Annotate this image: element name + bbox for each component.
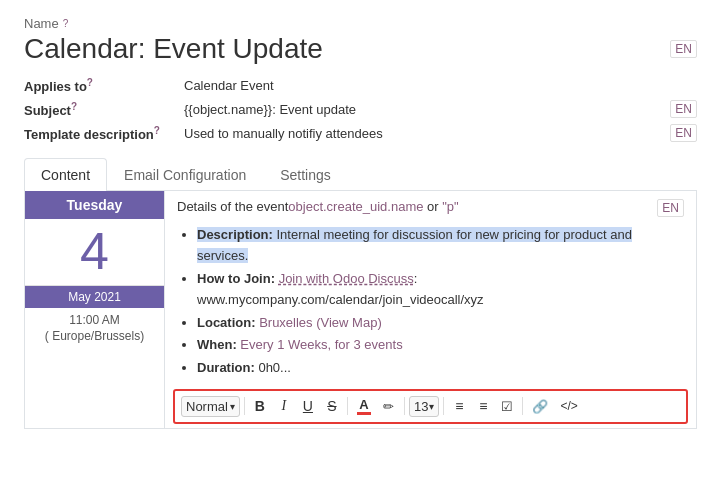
- calendar-day-number: 4: [25, 219, 164, 285]
- divider-3: [404, 397, 405, 415]
- content-list: Description: Internal meeting for discus…: [177, 225, 684, 379]
- editor-content[interactable]: Description: Internal meeting for discus…: [165, 221, 696, 385]
- record-title: Calendar: Event Update EN: [24, 33, 697, 65]
- title-en-badge[interactable]: EN: [670, 40, 697, 58]
- strikethrough-button[interactable]: S: [321, 395, 343, 417]
- list-item-duration: Duration: 0h0...: [197, 358, 684, 379]
- tab-email-configuration[interactable]: Email Configuration: [107, 158, 263, 191]
- editor-toolbar: Normal ▾ B I U S A: [173, 389, 688, 424]
- calendar-time: 11:00 AM ( Europe/Brussels): [25, 308, 164, 350]
- calendar-day-name: Tuesday: [25, 191, 164, 219]
- font-color-button[interactable]: A: [352, 395, 376, 418]
- editor-area: Details of the eventobject.create_uid.na…: [165, 191, 696, 428]
- code-button[interactable]: </>: [555, 396, 582, 416]
- list-item-join: How to Join: Join with Odoo Discuss: www…: [197, 269, 684, 311]
- ordered-list-button[interactable]: ≡: [472, 395, 494, 417]
- subject-label: Subject?: [24, 101, 184, 118]
- list-item-location: Location: Bruxelles (View Map): [197, 313, 684, 334]
- checklist-button[interactable]: ☑: [496, 396, 518, 417]
- link-button[interactable]: 🔗: [527, 396, 553, 417]
- divider-4: [443, 397, 444, 415]
- applies-to-row: Applies to? Calendar Event: [24, 77, 697, 94]
- editor-en-badge[interactable]: EN: [657, 199, 684, 217]
- template-desc-label: Template description?: [24, 125, 184, 142]
- highlight-button[interactable]: ✏: [378, 396, 400, 417]
- content-panel: Tuesday 4 May 2021 11:00 AM ( Europe/Bru…: [24, 191, 697, 429]
- name-field-label: Name ?: [24, 16, 697, 31]
- template-desc-value[interactable]: Used to manually notifiy attendees: [184, 126, 662, 141]
- bold-button[interactable]: B: [249, 395, 271, 417]
- divider-5: [522, 397, 523, 415]
- list-item-when: When: Every 1 Weeks, for 3 events: [197, 335, 684, 356]
- calendar-widget: Tuesday 4 May 2021 11:00 AM ( Europe/Bru…: [25, 191, 165, 428]
- font-size-select[interactable]: 13 ▾: [409, 396, 439, 417]
- divider-1: [244, 397, 245, 415]
- subject-en-badge[interactable]: EN: [670, 100, 697, 118]
- calendar-month-year: May 2021: [25, 286, 164, 308]
- unordered-list-button[interactable]: ≡: [448, 395, 470, 417]
- tab-settings[interactable]: Settings: [263, 158, 348, 191]
- style-select[interactable]: Normal ▾: [181, 396, 240, 417]
- editor-header-text: Details of the eventobject.create_uid.na…: [177, 199, 459, 214]
- template-desc-en-badge[interactable]: EN: [670, 124, 697, 142]
- list-item-description: Description: Internal meeting for discus…: [197, 225, 684, 267]
- divider-2: [347, 397, 348, 415]
- template-desc-row: Template description? Used to manually n…: [24, 124, 697, 142]
- name-section: Name ? Calendar: Event Update EN: [24, 16, 697, 65]
- applies-to-value: Calendar Event: [184, 78, 697, 93]
- tab-content[interactable]: Content: [24, 158, 107, 191]
- subject-row: Subject? {{object.name}}: Event update E…: [24, 100, 697, 118]
- tabs-bar: Content Email Configuration Settings: [24, 158, 697, 191]
- italic-button[interactable]: I: [273, 395, 295, 417]
- editor-header: Details of the eventobject.create_uid.na…: [165, 191, 696, 221]
- page-container: Name ? Calendar: Event Update EN Applies…: [0, 0, 721, 429]
- underline-button[interactable]: U: [297, 395, 319, 417]
- applies-to-label: Applies to?: [24, 77, 184, 94]
- subject-value[interactable]: {{object.name}}: Event update: [184, 102, 662, 117]
